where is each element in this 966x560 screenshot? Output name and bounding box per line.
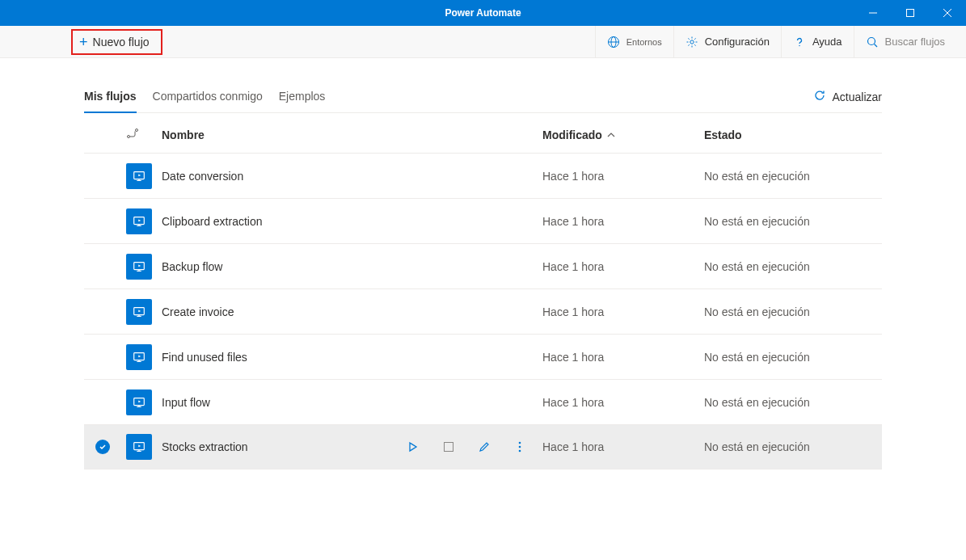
refresh-label: Actualizar xyxy=(833,91,882,103)
close-button[interactable] xyxy=(929,0,966,26)
flow-state: No está en ejecución xyxy=(704,351,882,364)
table-row[interactable]: Input flowHace 1 horaNo está en ejecució… xyxy=(84,379,882,424)
flow-modified: Hace 1 hora xyxy=(542,396,704,409)
desktop-flow-icon xyxy=(126,163,152,189)
svg-point-9 xyxy=(867,37,875,44)
flow-state: No está en ejecución xyxy=(704,215,882,228)
app-title: Power Automate xyxy=(445,7,521,19)
edit-button[interactable] xyxy=(478,440,491,453)
flow-modified: Hace 1 hora xyxy=(542,351,704,364)
flow-modified: Hace 1 hora xyxy=(542,170,704,183)
search-icon xyxy=(866,36,879,48)
globe-icon xyxy=(607,36,620,48)
new-flow-button[interactable]: + Nuevo flujo xyxy=(71,29,162,55)
table-row[interactable]: Stocks extraction Hace 1 horaNo está en … xyxy=(84,424,882,469)
stop-button[interactable] xyxy=(442,440,455,453)
toolbar: + Nuevo flujo Entornos Configuración Ayu… xyxy=(0,26,966,58)
column-modified[interactable]: Modificado xyxy=(542,128,704,141)
flow-modified: Hace 1 hora xyxy=(542,260,704,273)
desktop-flow-icon xyxy=(126,208,152,234)
flow-name[interactable]: Clipboard extraction xyxy=(162,215,381,228)
help-button[interactable]: Ayuda xyxy=(781,26,854,58)
svg-point-34 xyxy=(519,442,521,444)
flow-modified: Hace 1 hora xyxy=(542,215,704,228)
help-label: Ayuda xyxy=(812,36,842,48)
sort-asc-icon xyxy=(607,128,615,141)
desktop-flow-icon xyxy=(126,344,152,370)
table-row[interactable]: Date conversionHace 1 horaNo está en eje… xyxy=(84,153,882,198)
svg-line-10 xyxy=(874,44,877,47)
table-row[interactable]: Backup flowHace 1 horaNo está en ejecuci… xyxy=(84,243,882,288)
plus-icon: + xyxy=(79,35,88,49)
svg-point-12 xyxy=(136,129,138,132)
flow-state: No está en ejecución xyxy=(704,170,882,183)
tab-examples[interactable]: Ejemplos xyxy=(279,82,326,112)
titlebar: Power Automate xyxy=(0,0,966,26)
flow-modified: Hace 1 hora xyxy=(542,440,704,453)
flow-name[interactable]: Backup flow xyxy=(162,260,381,273)
desktop-flow-icon xyxy=(126,389,152,415)
flow-name[interactable]: Create invoice xyxy=(162,305,381,318)
tab-shared[interactable]: Compartidos conmigo xyxy=(153,82,263,112)
svg-point-8 xyxy=(799,44,799,45)
settings-button[interactable]: Configuración xyxy=(673,26,781,58)
flow-name[interactable]: Date conversion xyxy=(162,170,381,183)
table-row[interactable]: Clipboard extractionHace 1 horaNo está e… xyxy=(84,198,882,243)
minimize-button[interactable] xyxy=(854,0,892,26)
more-button[interactable] xyxy=(513,440,526,453)
flow-state: No está en ejecución xyxy=(704,260,882,273)
svg-point-7 xyxy=(690,40,694,43)
new-flow-label: Nuevo flujo xyxy=(93,36,150,48)
flow-state: No está en ejecución xyxy=(704,396,882,409)
desktop-flow-icon xyxy=(126,254,152,280)
maximize-button[interactable] xyxy=(892,0,929,26)
help-icon xyxy=(793,36,806,48)
gear-icon xyxy=(685,36,698,48)
search-placeholder: Buscar flujos xyxy=(885,36,945,48)
flow-name[interactable]: Input flow xyxy=(162,396,381,409)
settings-label: Configuración xyxy=(705,36,770,48)
refresh-icon xyxy=(813,89,826,104)
content-area: Mis flujos Compartidos conmigo Ejemplos … xyxy=(0,58,966,469)
flow-state: No está en ejecución xyxy=(704,440,882,453)
svg-rect-1 xyxy=(907,10,914,17)
column-state[interactable]: Estado xyxy=(704,128,882,141)
tabs-row: Mis flujos Compartidos conmigo Ejemplos … xyxy=(84,81,882,113)
svg-point-35 xyxy=(519,446,521,448)
flow-name[interactable]: Find unused files xyxy=(162,351,381,364)
flow-type-icon xyxy=(126,128,139,141)
table-row[interactable]: Create invoiceHace 1 horaNo está en ejec… xyxy=(84,288,882,334)
svg-point-36 xyxy=(519,450,521,453)
flow-state: No está en ejecución xyxy=(704,305,882,318)
desktop-flow-icon xyxy=(126,299,152,325)
flows-list: Date conversionHace 1 horaNo está en eje… xyxy=(84,153,882,469)
svg-point-11 xyxy=(128,136,130,138)
table-row[interactable]: Find unused filesHace 1 horaNo está en e… xyxy=(84,334,882,379)
environments-label: Entornos xyxy=(626,37,662,47)
selected-check-icon[interactable] xyxy=(95,440,110,454)
desktop-flow-icon xyxy=(126,434,152,460)
window-controls xyxy=(854,0,966,26)
table-header: Nombre Modificado Estado xyxy=(84,113,882,153)
column-name[interactable]: Nombre xyxy=(162,128,381,141)
run-button[interactable] xyxy=(407,440,420,453)
search-button[interactable]: Buscar flujos xyxy=(854,26,956,58)
refresh-button[interactable]: Actualizar xyxy=(813,81,882,112)
environments-dropdown[interactable]: Entornos xyxy=(595,26,673,58)
tab-my-flows[interactable]: Mis flujos xyxy=(84,82,137,112)
flow-modified: Hace 1 hora xyxy=(542,305,704,318)
flow-name[interactable]: Stocks extraction xyxy=(162,440,381,453)
